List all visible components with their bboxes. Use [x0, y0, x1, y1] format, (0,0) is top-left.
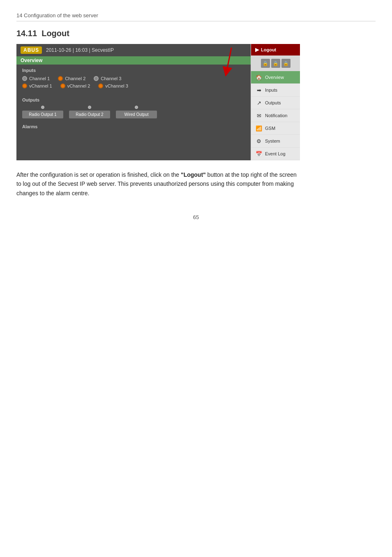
channel-2-dot: [58, 76, 63, 81]
logout-label: Logout: [261, 47, 276, 52]
sidebar-item-outputs[interactable]: ↗ Outputs: [251, 97, 300, 109]
sidebar-outputs-label: Outputs: [265, 100, 281, 105]
sidebar-item-eventlog[interactable]: 📅 Event Log: [251, 148, 300, 160]
inputs-icon: ➡: [255, 87, 263, 93]
section-number: 14.11: [16, 29, 37, 38]
vchannel-2: vChannel 2: [60, 83, 90, 88]
system-icon: ⚙: [255, 138, 263, 144]
page-number: 65: [16, 214, 376, 220]
sidebar-notification-label: Notification: [265, 113, 287, 118]
inputs-label: Inputs: [22, 68, 245, 73]
output-3: Wired Output: [116, 106, 157, 118]
channel-3-label: Channel 3: [101, 76, 121, 81]
channel-1-label: Channel 1: [29, 76, 50, 81]
overview-icon: 🏠: [255, 74, 263, 81]
inputs-section: Inputs Channel 1 Channel 2 Channel 3: [16, 65, 251, 94]
description-bold: "Logout": [181, 171, 206, 178]
eventlog-icon: 📅: [255, 150, 263, 157]
wired-output-btn[interactable]: Wired Output: [116, 111, 157, 118]
vchannel-3-dot: [98, 83, 103, 88]
vchannel-1-dot: [22, 83, 27, 88]
overview-tab[interactable]: Overview: [16, 56, 251, 65]
right-sidebar: ▶ Logout 🔒 🔒 🔒 🏠 Overview ➡ Inputs ↗ Out…: [251, 44, 300, 160]
alarms-section: Alarms: [16, 122, 251, 141]
vchannel-1: vChannel 1: [22, 83, 52, 88]
channel-3-dot: [94, 76, 99, 81]
sidebar-item-system[interactable]: ⚙ System: [251, 135, 300, 148]
channel-2: Channel 2: [58, 76, 85, 81]
output-1-dot: [41, 106, 44, 109]
channel-1-dot: [22, 76, 27, 81]
channel-1: Channel 1: [22, 76, 50, 81]
topbar-datetime: 2011-10-26 | 16:03 | SecvestIP: [46, 47, 114, 53]
outputs-label: Outputs: [22, 97, 245, 102]
vchannels-row: vChannel 1 vChannel 2 vChannel 3: [22, 83, 245, 88]
section-title: 14.11 Logout: [16, 29, 376, 38]
sidebar-item-notification[interactable]: ✉ Notification: [251, 109, 300, 122]
logout-button[interactable]: ▶ Logout: [251, 44, 300, 55]
lock-icon-1[interactable]: 🔒: [261, 59, 270, 68]
vchannel-1-label: vChannel 1: [29, 83, 52, 88]
notification-icon: ✉: [255, 112, 263, 119]
ui-screenshot: ABUS 2011-10-26 | 16:03 | SecvestIP Over…: [16, 44, 300, 160]
lock-icon-2[interactable]: 🔒: [271, 59, 280, 68]
channel-3: Channel 3: [94, 76, 121, 81]
sidebar-item-overview[interactable]: 🏠 Overview: [251, 71, 300, 84]
gsm-icon: 📶: [255, 125, 263, 132]
top-bar: ABUS 2011-10-26 | 16:03 | SecvestIP: [16, 44, 251, 56]
sidebar-gsm-label: GSM: [265, 126, 275, 131]
alarms-label: Alarms: [22, 124, 245, 129]
logout-arrow-icon: ▶: [255, 47, 259, 53]
sidebar-item-gsm[interactable]: 📶 GSM: [251, 122, 300, 135]
output-2: Radio Output 2: [69, 106, 110, 118]
page-header: 14 Configuration of the web server: [16, 12, 376, 21]
vchannel-3-label: vChannel 3: [105, 83, 128, 88]
radio-output-2-btn[interactable]: Radio Output 2: [69, 111, 110, 118]
sidebar-overview-label: Overview: [265, 75, 284, 80]
sidebar-inputs-label: Inputs: [265, 88, 277, 92]
ui-container: ABUS 2011-10-26 | 16:03 | SecvestIP Over…: [16, 44, 300, 160]
output-3-dot: [135, 106, 138, 109]
header-text: 14 Configuration of the web server: [16, 12, 98, 18]
vchannel-2-label: vChannel 2: [67, 83, 90, 88]
vchannel-3: vChannel 3: [98, 83, 128, 88]
outputs-icon: ↗: [255, 99, 263, 106]
outputs-grid: Radio Output 1 Radio Output 2 Wired Outp…: [22, 106, 245, 118]
sidebar-eventlog-label: Event Log: [265, 151, 286, 156]
description-paragraph: After the configuration is set or operat…: [16, 170, 300, 198]
section-name: Logout: [42, 29, 69, 38]
lock-icon-3[interactable]: 🔒: [281, 59, 291, 68]
abus-logo: ABUS: [21, 46, 42, 54]
description-text1: After the configuration is set or operat…: [16, 171, 181, 178]
channel-2-label: Channel 2: [65, 76, 85, 81]
main-panel: ABUS 2011-10-26 | 16:03 | SecvestIP Over…: [16, 44, 251, 160]
sidebar-system-label: System: [265, 139, 280, 143]
output-2-dot: [88, 106, 91, 109]
channels-row: Channel 1 Channel 2 Channel 3: [22, 76, 245, 81]
sidebar-item-inputs[interactable]: ➡ Inputs: [251, 84, 300, 97]
lock-icons-row: 🔒 🔒 🔒: [251, 55, 300, 71]
outputs-section: Outputs Radio Output 1 Radio Output 2 Wi…: [16, 94, 251, 122]
output-1: Radio Output 1: [22, 106, 63, 118]
radio-output-1-btn[interactable]: Radio Output 1: [22, 111, 63, 118]
vchannel-2-dot: [60, 83, 65, 88]
